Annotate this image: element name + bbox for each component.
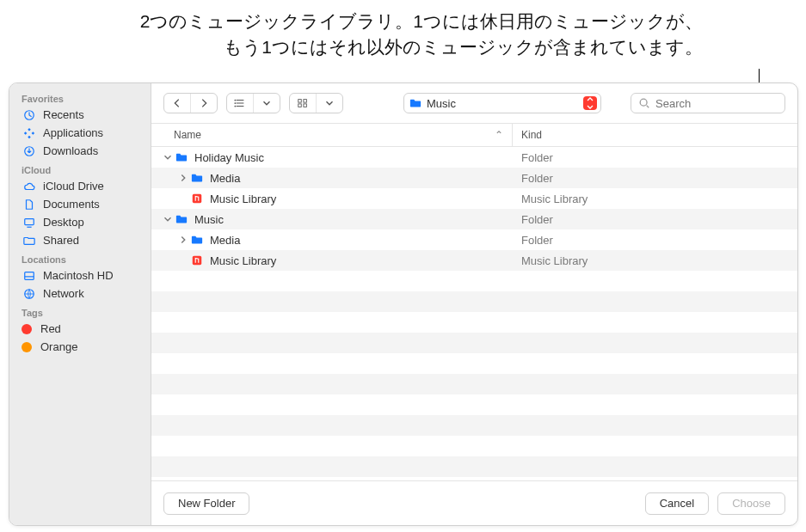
clock-icon: [22, 109, 37, 121]
popup-arrows-icon: [583, 96, 597, 110]
sidebar-item-label: Recents: [43, 108, 84, 121]
file-list: Holiday MusicFolderMediaFolderMusic Libr…: [151, 147, 797, 480]
row-name-label: Music Library: [210, 254, 276, 267]
search-field[interactable]: [631, 93, 785, 113]
chevron-down-icon: [253, 94, 280, 113]
row-kind-label: Music Library: [513, 254, 797, 267]
svg-rect-13: [193, 194, 202, 204]
group-by-button[interactable]: [289, 93, 343, 113]
table-row-empty: [151, 353, 797, 374]
annotation-line2: もう1つにはそれ以外のミュージックが含まれています。: [224, 37, 703, 57]
folder-icon: [189, 234, 205, 246]
sidebar-item[interactable]: Desktop: [9, 213, 151, 231]
sidebar-item[interactable]: Shared: [9, 231, 151, 249]
sidebar-item[interactable]: Downloads: [9, 142, 151, 160]
table-row[interactable]: Music LibraryMusic Library: [151, 188, 797, 209]
disclosure-triangle-icon[interactable]: [162, 151, 174, 163]
row-name-label: Music Library: [210, 193, 276, 205]
annotation-callout: 2つのミュージックライブラリ。1つには休日用のミュージックが、 もう1つにはそれ…: [0, 0, 806, 61]
row-kind-label: Folder: [513, 151, 797, 164]
row-kind-label: Folder: [513, 172, 797, 185]
sidebar-item[interactable]: Network: [9, 284, 151, 303]
column-kind-label: Kind: [521, 129, 542, 141]
disclosure-triangle-icon[interactable]: [177, 172, 189, 184]
sidebar-heading: iCloud: [9, 160, 151, 177]
table-row[interactable]: Music LibraryMusic Library: [151, 250, 797, 271]
column-name-header[interactable]: Name ⌃: [151, 124, 513, 146]
table-row-empty: [151, 271, 797, 291]
svg-point-7: [234, 106, 236, 107]
sidebar-item-label: Documents: [43, 198, 100, 211]
shared-icon: [22, 235, 37, 247]
choose-button[interactable]: Choose: [717, 492, 785, 515]
folder-icon: [174, 151, 189, 163]
cloud-icon: [22, 180, 37, 193]
nav-back-button[interactable]: [164, 94, 190, 113]
sidebar-item[interactable]: Red: [9, 320, 151, 338]
sidebar-item-label: Applications: [43, 126, 103, 139]
sidebar-item-label: Orange: [40, 340, 77, 353]
svg-point-6: [234, 102, 236, 104]
svg-rect-9: [304, 100, 307, 103]
row-kind-label: Folder: [513, 213, 797, 226]
row-name-label: Media: [210, 234, 240, 247]
sidebar-item[interactable]: Orange: [9, 338, 151, 356]
svg-rect-11: [304, 104, 307, 107]
row-name-label: Holiday Music: [194, 151, 264, 164]
tag-dot-icon: [22, 342, 32, 352]
table-row[interactable]: MediaFolder: [151, 168, 797, 188]
finder-window: FavoritesRecentsApplicationsDownloadsiCl…: [9, 83, 798, 526]
search-icon: [638, 97, 650, 109]
view-list-button[interactable]: [226, 93, 280, 113]
sidebar-item[interactable]: iCloud Drive: [9, 177, 151, 195]
svg-rect-14: [193, 256, 202, 266]
column-header: Name ⌃ Kind: [151, 123, 797, 147]
table-row[interactable]: MusicFolder: [151, 209, 797, 229]
sidebar-item[interactable]: Applications: [9, 124, 151, 142]
disk-icon: [22, 270, 37, 282]
svg-point-5: [234, 100, 236, 101]
download-icon: [22, 145, 37, 157]
svg-point-12: [640, 99, 647, 106]
column-kind-header[interactable]: Kind: [513, 124, 797, 146]
music-library-icon: [189, 193, 205, 205]
toolbar: Music: [151, 83, 797, 123]
column-name-label: Name: [174, 129, 201, 141]
bottom-bar: New Folder Cancel Choose: [151, 480, 797, 525]
path-popup[interactable]: Music: [403, 93, 601, 113]
sidebar-item-label: Macintosh HD: [43, 269, 114, 282]
sidebar-item[interactable]: Macintosh HD: [9, 266, 151, 284]
nav-forward-button[interactable]: [190, 94, 217, 113]
row-kind-label: Folder: [513, 234, 797, 247]
doc-icon: [22, 199, 37, 211]
annotation-line1: 2つのミュージックライブラリ。1つには休日用のミュージックが、: [140, 11, 703, 31]
sort-ascending-icon: ⌃: [495, 129, 503, 141]
new-folder-button[interactable]: New Folder: [163, 492, 249, 515]
sidebar-item-label: Red: [40, 322, 61, 335]
table-row-empty: [151, 436, 797, 456]
music-library-icon: [189, 254, 205, 266]
sidebar-item-label: Desktop: [43, 216, 84, 229]
chevron-down-icon: [316, 94, 342, 113]
disclosure-triangle-icon[interactable]: [177, 234, 189, 246]
row-kind-label: Music Library: [513, 193, 797, 205]
sidebar: FavoritesRecentsApplicationsDownloadsiCl…: [9, 83, 151, 525]
nav-back-forward: [163, 93, 218, 113]
table-row[interactable]: Holiday MusicFolder: [151, 147, 797, 168]
table-row-empty: [151, 291, 797, 312]
row-name-label: Media: [210, 172, 240, 185]
folder-icon: [174, 213, 189, 225]
disclosure-triangle-icon[interactable]: [162, 213, 174, 225]
sidebar-item[interactable]: Documents: [9, 195, 151, 213]
sidebar-item-label: iCloud Drive: [43, 180, 104, 193]
table-row[interactable]: MediaFolder: [151, 229, 797, 250]
apps-icon: [22, 127, 37, 139]
sidebar-heading: Locations: [9, 249, 151, 266]
svg-rect-8: [298, 100, 302, 103]
search-input[interactable]: [655, 97, 798, 110]
sidebar-item[interactable]: Recents: [9, 106, 151, 124]
cancel-button[interactable]: Cancel: [645, 492, 709, 515]
desktop-icon: [22, 217, 37, 229]
folder-icon: [409, 97, 421, 109]
table-row-empty: [151, 394, 797, 415]
